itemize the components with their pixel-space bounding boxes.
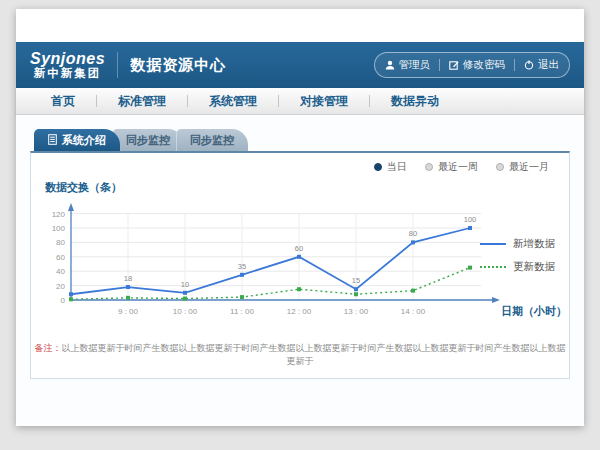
svg-text:35: 35 <box>238 262 246 271</box>
svg-text:20: 20 <box>56 282 65 291</box>
svg-text:100: 100 <box>464 215 477 224</box>
header-divider <box>117 52 118 78</box>
chart-card: 系统介绍 同步监控 同步监控 当日 <box>30 129 570 379</box>
svg-text:80: 80 <box>56 238 65 247</box>
user-icon <box>385 60 395 70</box>
nav-item-data-change[interactable]: 数据异动 <box>370 93 460 110</box>
admin-button[interactable]: 管理员 <box>385 58 431 72</box>
logo: Synjones 新中新集团 <box>30 51 105 80</box>
radio-icon <box>496 163 504 171</box>
svg-text:12 : 00: 12 : 00 <box>287 307 312 316</box>
nav-item-standard-mgmt[interactable]: 标准管理 <box>97 93 187 110</box>
nav-item-interface-mgmt[interactable]: 对接管理 <box>279 93 369 110</box>
page-title: 数据资源中心 <box>130 56 226 75</box>
svg-text:18: 18 <box>124 274 132 283</box>
change-password-button[interactable]: 修改密码 <box>449 58 505 72</box>
nav-item-home[interactable]: 首页 <box>30 93 96 110</box>
svg-text:100: 100 <box>52 224 66 233</box>
footnote-prefix: 备注： <box>35 343 62 353</box>
filter-option-today[interactable]: 当日 <box>374 160 407 174</box>
chart-legend: 新增数据 更新数据 <box>480 237 555 274</box>
power-icon <box>524 60 534 70</box>
svg-text:10 : 00: 10 : 00 <box>173 307 198 316</box>
legend-line-sample <box>480 243 506 245</box>
svg-text:40: 40 <box>56 267 65 276</box>
logout-label: 退出 <box>538 58 559 72</box>
content-area: 系统介绍 同步监控 同步监控 当日 <box>16 115 584 426</box>
admin-label: 管理员 <box>399 58 431 72</box>
tab-sync-monitor-1[interactable]: 同步监控 <box>112 129 184 151</box>
svg-text:120: 120 <box>52 210 66 219</box>
legend-item-new-data: 新增数据 <box>480 237 555 251</box>
svg-text:11 : 00: 11 : 00 <box>230 307 254 316</box>
svg-text:15: 15 <box>352 276 360 285</box>
tab-sync-monitor-2[interactable]: 同步监控 <box>176 129 248 151</box>
main-nav: 首页 标准管理 系统管理 对接管理 数据异动 <box>16 88 584 115</box>
svg-text:60: 60 <box>295 244 303 253</box>
radio-icon <box>425 163 433 171</box>
legend-label: 更新数据 <box>513 260 555 274</box>
svg-text:9 : 00: 9 : 00 <box>118 307 139 316</box>
tab-label: 同步监控 <box>190 133 234 148</box>
edit-icon <box>449 60 459 70</box>
svg-text:13 : 00: 13 : 00 <box>344 307 369 316</box>
time-range-filter: 当日 最近一周 最近一月 <box>31 153 569 173</box>
user-menu: 管理员 修改密码 退出 <box>374 52 571 78</box>
app-header: Synjones 新中新集团 数据资源中心 管理员 修改密码 <box>16 42 584 88</box>
desktop-background: Synjones 新中新集团 数据资源中心 管理员 修改密码 <box>0 0 600 450</box>
filter-label: 当日 <box>387 160 407 174</box>
legend-line-sample <box>480 266 506 268</box>
filter-option-last-week[interactable]: 最近一周 <box>425 160 478 174</box>
tab-label: 同步监控 <box>126 133 170 148</box>
legend-label: 新增数据 <box>513 237 555 251</box>
nav-item-system-mgmt[interactable]: 系统管理 <box>188 93 278 110</box>
change-password-label: 修改密码 <box>463 58 505 72</box>
page-top-margin <box>16 9 584 42</box>
app-window: Synjones 新中新集团 数据资源中心 管理员 修改密码 <box>16 9 584 426</box>
svg-text:10: 10 <box>181 280 189 289</box>
logo-brand-text: Synjones <box>30 51 105 68</box>
radio-icon <box>374 163 382 171</box>
legend-item-updated-data: 更新数据 <box>480 260 555 274</box>
filter-option-last-month[interactable]: 最近一月 <box>496 160 549 174</box>
svg-text:日期（小时）: 日期（小时） <box>501 305 567 318</box>
footnote-text: 以上数据更新于时间产生数据以上数据更新于时间产生数据以上数据更新于时间产生数据以… <box>62 343 566 366</box>
svg-text:80: 80 <box>409 229 417 238</box>
y-axis-title: 数据交换（条） <box>45 180 569 194</box>
pill-divider <box>439 59 440 71</box>
tab-label: 系统介绍 <box>62 133 106 148</box>
filter-label: 最近一月 <box>509 160 549 174</box>
chart-panel: 当日 最近一周 最近一月 数据交换（条） 0204060801001209 : … <box>30 151 570 379</box>
tab-bar: 系统介绍 同步监控 同步监控 <box>30 129 570 151</box>
filter-label: 最近一周 <box>438 160 478 174</box>
svg-text:60: 60 <box>56 253 65 262</box>
footnote: 备注：以上数据更新于时间产生数据以上数据更新于时间产生数据以上数据更新于时间产生… <box>31 342 569 368</box>
logout-button[interactable]: 退出 <box>524 58 559 72</box>
logo-company-text: 新中新集团 <box>30 67 105 79</box>
svg-text:0: 0 <box>61 296 66 305</box>
document-icon <box>48 134 57 147</box>
svg-text:14 : 00: 14 : 00 <box>401 307 426 316</box>
pill-divider <box>514 59 515 71</box>
tab-system-intro[interactable]: 系统介绍 <box>34 129 120 151</box>
